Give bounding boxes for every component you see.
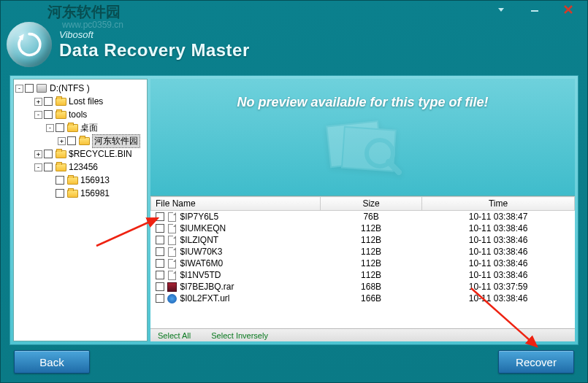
file-name: $IWAT6M0 xyxy=(180,258,224,268)
file-time: 10-11 03:38:47 xyxy=(422,211,575,223)
tree-drive-row[interactable]: - D:(NTFS ) xyxy=(15,82,145,95)
file-icon xyxy=(167,258,177,268)
file-size: 76B xyxy=(321,211,422,223)
tree-toggle-icon[interactable]: + xyxy=(34,150,42,158)
app-window: 河东软件园 www.pc0359.cn Vibosoft Data Recove… xyxy=(0,0,588,383)
folder-tree[interactable]: - D:(NTFS ) +Lost files-tools-桌面+河东软件园+$… xyxy=(13,79,148,341)
table-row[interactable]: $IWAT6M0112B10-11 03:38:46 xyxy=(151,258,575,269)
file-checkbox[interactable] xyxy=(156,282,164,291)
tree-toggle-icon[interactable]: - xyxy=(46,124,54,132)
file-name: $I0L2FXT.url xyxy=(180,293,230,303)
tree-item[interactable]: +河东软件园 xyxy=(15,134,145,147)
tree-label: tools xyxy=(69,109,87,120)
tree-item[interactable]: 156913 xyxy=(15,174,145,187)
tree-item[interactable]: -桌面 xyxy=(15,121,145,134)
tree-checkbox[interactable] xyxy=(25,84,34,93)
folder-icon xyxy=(66,188,78,198)
table-header-row: File Name Size Time xyxy=(151,197,575,211)
svg-marker-0 xyxy=(498,8,504,12)
folder-icon xyxy=(55,162,66,172)
tree-item[interactable]: +$RECYCLE.BIN xyxy=(15,147,145,160)
table-row[interactable]: $I0L2FXT.url166B10-11 03:38:46 xyxy=(151,293,575,304)
tree-checkbox[interactable] xyxy=(44,97,53,106)
tree-checkbox[interactable] xyxy=(56,123,64,132)
tree-toggle-icon[interactable]: - xyxy=(34,111,42,119)
file-table-container[interactable]: File Name Size Time $IP7Y6L576B10-11 03:… xyxy=(150,196,575,328)
col-size[interactable]: Size xyxy=(321,197,422,211)
file-size: 166B xyxy=(321,293,422,304)
back-button[interactable]: Back xyxy=(14,350,90,374)
file-checkbox[interactable] xyxy=(156,271,164,279)
file-name: $IP7Y6L5 xyxy=(180,212,219,222)
tree-label: 桌面 xyxy=(80,122,98,134)
file-icon xyxy=(167,282,177,292)
file-icon xyxy=(167,235,177,245)
dropdown-button[interactable] xyxy=(488,3,514,16)
tree-label: 156913 xyxy=(80,175,110,185)
drive-icon xyxy=(36,83,47,93)
file-size: 112B xyxy=(321,223,422,234)
tree-label: 河东软件园 xyxy=(92,134,140,148)
folder-icon xyxy=(66,123,78,133)
file-size: 112B xyxy=(321,234,422,246)
file-icon xyxy=(167,247,177,257)
right-pane: No preview available for this type of fi… xyxy=(150,79,575,341)
file-icon xyxy=(167,223,177,233)
file-time: 10-11 03:38:46 xyxy=(422,223,575,234)
tree-label: 156981 xyxy=(80,188,110,198)
minimize-button[interactable] xyxy=(522,3,548,16)
table-row[interactable]: $IUMKEQN112B10-11 03:38:46 xyxy=(151,223,575,234)
table-footer: Select All Select Inversely xyxy=(150,328,575,341)
file-checkbox[interactable] xyxy=(156,224,164,233)
file-name: $IUW70K3 xyxy=(180,247,223,257)
file-checkbox[interactable] xyxy=(156,212,164,221)
tree-label: D:(NTFS ) xyxy=(50,83,90,93)
file-icon xyxy=(167,270,177,280)
tree-checkbox[interactable] xyxy=(67,136,76,145)
tree-toggle-icon[interactable]: + xyxy=(34,98,42,106)
title-text: Vibosoft Data Recovery Master xyxy=(59,29,250,61)
file-checkbox[interactable] xyxy=(156,259,164,268)
table-row[interactable]: $ILZIQNT112B10-11 03:38:46 xyxy=(151,234,575,246)
tree-item[interactable]: 156981 xyxy=(15,187,145,200)
file-size: 112B xyxy=(321,258,422,269)
folder-icon xyxy=(55,149,66,159)
file-time: 10-11 03:37:59 xyxy=(422,281,575,293)
app-logo xyxy=(7,22,52,67)
file-name: $I7BEJBQ.rar xyxy=(180,282,234,292)
file-checkbox[interactable] xyxy=(156,247,164,256)
file-name: $I1NV5TD xyxy=(180,270,221,280)
table-row[interactable]: $IUW70K3112B10-11 03:38:46 xyxy=(151,246,575,258)
recover-button[interactable]: Recover xyxy=(498,350,574,374)
tree-label: Lost files xyxy=(69,96,103,107)
col-time[interactable]: Time xyxy=(422,197,575,211)
tree-toggle-icon[interactable]: - xyxy=(15,85,23,93)
table-row[interactable]: $I1NV5TD112B10-11 03:38:46 xyxy=(151,269,575,281)
tree-item[interactable]: -tools xyxy=(15,108,145,121)
file-table: File Name Size Time $IP7Y6L576B10-11 03:… xyxy=(150,196,575,304)
file-size: 112B xyxy=(321,246,422,258)
brand-name: Vibosoft xyxy=(59,29,250,40)
select-inverse-link[interactable]: Select Inversely xyxy=(211,331,268,340)
file-checkbox[interactable] xyxy=(156,294,164,303)
col-filename[interactable]: File Name xyxy=(151,197,321,211)
table-row[interactable]: $I7BEJBQ.rar168B10-11 03:37:59 xyxy=(151,281,575,293)
tree-checkbox[interactable] xyxy=(56,189,64,198)
file-icon xyxy=(167,212,177,222)
tree-checkbox[interactable] xyxy=(44,150,53,158)
file-time: 10-11 03:38:46 xyxy=(422,269,575,281)
tree-checkbox[interactable] xyxy=(44,110,53,119)
file-size: 168B xyxy=(321,281,422,293)
tree-checkbox[interactable] xyxy=(44,163,53,171)
tree-toggle-icon[interactable]: + xyxy=(58,137,66,145)
preview-panel: No preview available for this type of fi… xyxy=(150,79,575,196)
close-button[interactable] xyxy=(555,3,581,16)
file-checkbox[interactable] xyxy=(156,236,164,244)
tree-item[interactable]: -123456 xyxy=(15,160,145,174)
tree-checkbox[interactable] xyxy=(56,176,64,185)
file-icon xyxy=(167,293,177,303)
tree-toggle-icon[interactable]: - xyxy=(34,163,42,171)
table-row[interactable]: $IP7Y6L576B10-11 03:38:47 xyxy=(151,211,575,223)
select-all-link[interactable]: Select All xyxy=(158,331,191,340)
tree-item[interactable]: +Lost files xyxy=(15,95,145,108)
